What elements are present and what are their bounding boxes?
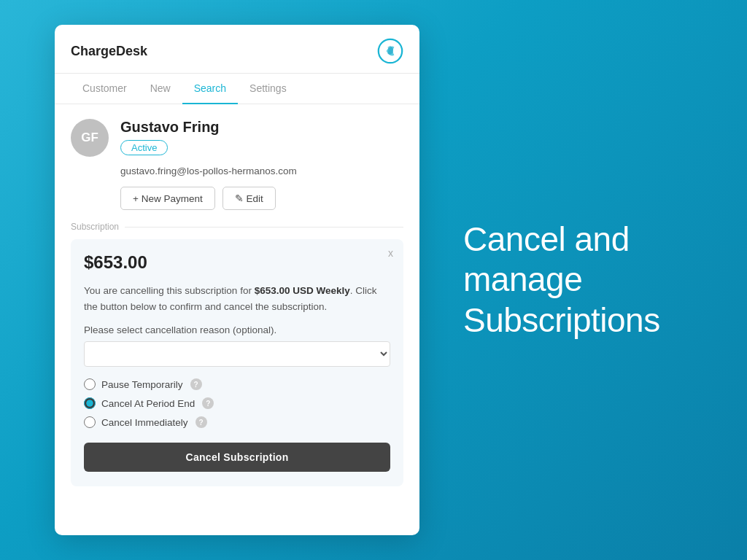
- customer-email: gustavo.fring@los-pollos-hermanos.com: [120, 166, 403, 176]
- immediately-help-icon[interactable]: ?: [196, 416, 207, 428]
- panel-header: ChargeDesk: [55, 25, 419, 74]
- radio-group: Pause Temporarily ? Cancel At Period End…: [84, 378, 390, 428]
- subscription-section: Subscription x $653.00 You are cancellin…: [55, 222, 419, 498]
- subscription-amount: $653.00: [84, 252, 390, 273]
- customer-row: GF Gustavo Fring Active gustavo.fring@lo…: [71, 119, 403, 210]
- close-button[interactable]: x: [388, 248, 393, 258]
- status-badge: Active: [120, 140, 168, 155]
- radio-immediately[interactable]: Cancel Immediately ?: [84, 416, 390, 428]
- radio-pause-label: Pause Temporarily: [101, 379, 183, 390]
- tab-search[interactable]: Search: [182, 74, 238, 104]
- tagline: Cancel and manage Subscriptions: [463, 219, 747, 341]
- customer-name: Gustavo Fring: [120, 119, 403, 136]
- edit-button[interactable]: ✎ Edit: [222, 187, 276, 210]
- tagline-line1: Cancel and: [463, 219, 747, 260]
- period-end-help-icon[interactable]: ?: [202, 397, 214, 409]
- nav-tabs: Customer New Search Settings: [55, 74, 419, 104]
- avatar: GF: [71, 119, 109, 157]
- radio-immediately-label: Cancel Immediately: [101, 417, 188, 428]
- main-panel: ChargeDesk Customer New Search Settings …: [55, 25, 419, 535]
- radio-period-end[interactable]: Cancel At Period End ?: [84, 397, 390, 409]
- tab-customer[interactable]: Customer: [71, 74, 139, 104]
- cancel-description: You are cancelling this subscription for…: [84, 283, 390, 314]
- select-label: Please select cancellation reason (optio…: [84, 324, 390, 335]
- tagline-line2: manage Subscriptions: [463, 260, 747, 340]
- radio-pause[interactable]: Pause Temporarily ?: [84, 378, 390, 390]
- subscription-card: x $653.00 You are cancelling this subscr…: [71, 239, 403, 486]
- radio-pause-input[interactable]: [84, 378, 96, 390]
- tab-new[interactable]: New: [139, 74, 182, 104]
- new-payment-button[interactable]: + New Payment: [120, 187, 215, 210]
- logo-icon: [377, 38, 403, 64]
- action-buttons: + New Payment ✎ Edit: [120, 187, 403, 210]
- right-content: Cancel and manage Subscriptions: [419, 219, 747, 341]
- customer-info: Gustavo Fring Active gustavo.fring@los-p…: [120, 119, 403, 210]
- cancel-subscription-button[interactable]: Cancel Subscription: [84, 443, 390, 472]
- section-label: Subscription: [71, 222, 403, 232]
- radio-immediately-input[interactable]: [84, 416, 96, 428]
- radio-period-end-label: Cancel At Period End: [101, 398, 195, 409]
- cancellation-reason-select[interactable]: Too Expensive No Longer Needed Other: [84, 341, 390, 367]
- tab-settings[interactable]: Settings: [238, 74, 298, 104]
- customer-section: GF Gustavo Fring Active gustavo.fring@lo…: [55, 104, 419, 222]
- app-title: ChargeDesk: [71, 44, 147, 59]
- radio-period-end-input[interactable]: [84, 397, 96, 409]
- pause-help-icon[interactable]: ?: [190, 378, 202, 390]
